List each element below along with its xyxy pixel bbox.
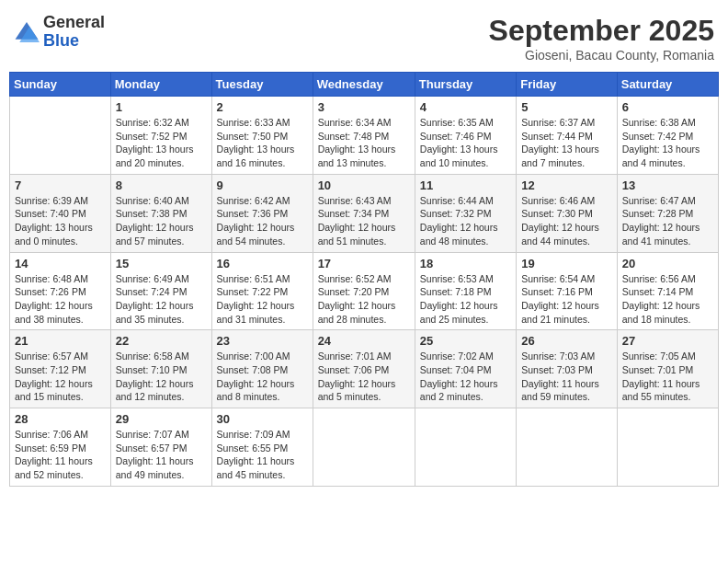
day-info: Sunrise: 6:42 AMSunset: 7:36 PMDaylight:… [217, 194, 308, 248]
day-info: Sunrise: 6:58 AMSunset: 7:10 PMDaylight:… [116, 350, 207, 404]
calendar-cell: 24Sunrise: 7:01 AMSunset: 7:06 PMDayligh… [313, 330, 415, 408]
day-info: Sunrise: 6:56 AMSunset: 7:14 PMDaylight:… [622, 272, 713, 327]
calendar-cell: 7Sunrise: 6:39 AMSunset: 7:40 PMDaylight… [10, 174, 111, 252]
week-row-2: 7Sunrise: 6:39 AMSunset: 7:40 PMDaylight… [10, 174, 719, 252]
calendar-cell: 4Sunrise: 6:35 AMSunset: 7:46 PMDaylight… [415, 97, 516, 175]
day-info: Sunrise: 7:01 AMSunset: 7:06 PMDaylight:… [318, 350, 410, 404]
day-number: 23 [217, 334, 308, 348]
day-info: Sunrise: 6:40 AMSunset: 7:38 PMDaylight:… [116, 194, 207, 248]
day-info: Sunrise: 6:38 AMSunset: 7:42 PMDaylight:… [622, 116, 713, 170]
calendar-cell [415, 408, 516, 487]
calendar-cell: 8Sunrise: 6:40 AMSunset: 7:38 PMDaylight… [110, 174, 211, 252]
day-number: 8 [116, 178, 207, 192]
logo-icon [14, 19, 40, 45]
day-info: Sunrise: 7:05 AMSunset: 7:01 PMDaylight:… [622, 350, 713, 404]
calendar-cell: 23Sunrise: 7:00 AMSunset: 7:08 PMDayligh… [211, 330, 313, 408]
calendar-cell [617, 408, 718, 487]
day-info: Sunrise: 6:33 AMSunset: 7:50 PMDaylight:… [217, 116, 308, 170]
week-row-4: 21Sunrise: 6:57 AMSunset: 7:12 PMDayligh… [10, 330, 719, 408]
day-number: 28 [15, 412, 106, 426]
day-number: 27 [622, 334, 713, 348]
day-number: 21 [15, 334, 106, 348]
day-info: Sunrise: 6:39 AMSunset: 7:40 PMDaylight:… [15, 194, 106, 248]
day-number: 16 [217, 257, 308, 270]
day-number: 3 [318, 100, 410, 114]
day-info: Sunrise: 7:09 AMSunset: 6:55 PMDaylight:… [217, 428, 308, 482]
day-info: Sunrise: 6:35 AMSunset: 7:46 PMDaylight:… [420, 116, 511, 170]
calendar-cell: 27Sunrise: 7:05 AMSunset: 7:01 PMDayligh… [617, 330, 718, 408]
day-number: 30 [217, 412, 308, 426]
day-number: 7 [15, 178, 106, 192]
calendar-table: SundayMondayTuesdayWednesdayThursdayFrid… [9, 72, 719, 487]
day-number: 9 [217, 178, 308, 192]
day-info: Sunrise: 6:34 AMSunset: 7:48 PMDaylight:… [318, 116, 410, 170]
calendar-cell: 5Sunrise: 6:37 AMSunset: 7:44 PMDaylight… [517, 97, 618, 175]
logo-text: General Blue [43, 14, 105, 51]
calendar-cell [313, 408, 415, 487]
weekday-header-thursday: Thursday [415, 73, 516, 97]
day-info: Sunrise: 6:51 AMSunset: 7:22 PMDaylight:… [217, 272, 308, 327]
day-number: 1 [116, 100, 207, 114]
calendar-cell: 22Sunrise: 6:58 AMSunset: 7:10 PMDayligh… [110, 330, 211, 408]
calendar-cell: 10Sunrise: 6:43 AMSunset: 7:34 PMDayligh… [313, 174, 415, 252]
day-number: 10 [318, 178, 410, 192]
day-info: Sunrise: 6:47 AMSunset: 7:28 PMDaylight:… [622, 194, 713, 248]
calendar-cell: 17Sunrise: 6:52 AMSunset: 7:20 PMDayligh… [313, 252, 415, 330]
day-info: Sunrise: 7:06 AMSunset: 6:59 PMDaylight:… [15, 428, 106, 482]
calendar-cell: 3Sunrise: 6:34 AMSunset: 7:48 PMDaylight… [313, 97, 415, 175]
weekday-header-sunday: Sunday [10, 73, 111, 97]
calendar-cell: 14Sunrise: 6:48 AMSunset: 7:26 PMDayligh… [10, 252, 111, 330]
weekday-header-row: SundayMondayTuesdayWednesdayThursdayFrid… [10, 73, 719, 97]
calendar-cell: 12Sunrise: 6:46 AMSunset: 7:30 PMDayligh… [517, 174, 618, 252]
week-row-3: 14Sunrise: 6:48 AMSunset: 7:26 PMDayligh… [10, 252, 719, 330]
day-number: 13 [622, 178, 713, 192]
day-info: Sunrise: 6:52 AMSunset: 7:20 PMDaylight:… [318, 272, 410, 327]
day-info: Sunrise: 6:37 AMSunset: 7:44 PMDaylight:… [521, 116, 612, 170]
day-info: Sunrise: 6:46 AMSunset: 7:30 PMDaylight:… [521, 194, 612, 248]
day-info: Sunrise: 6:32 AMSunset: 7:52 PMDaylight:… [116, 116, 207, 170]
title-block: September 2025 Gioseni, Bacau County, Ro… [489, 14, 714, 63]
calendar-cell: 2Sunrise: 6:33 AMSunset: 7:50 PMDaylight… [211, 97, 313, 175]
day-info: Sunrise: 6:54 AMSunset: 7:16 PMDaylight:… [521, 272, 612, 327]
day-number: 19 [521, 257, 612, 270]
calendar-cell: 18Sunrise: 6:53 AMSunset: 7:18 PMDayligh… [415, 252, 516, 330]
day-info: Sunrise: 6:53 AMSunset: 7:18 PMDaylight:… [420, 272, 511, 327]
calendar-cell [517, 408, 618, 487]
calendar-cell: 13Sunrise: 6:47 AMSunset: 7:28 PMDayligh… [617, 174, 718, 252]
day-number: 11 [420, 178, 511, 192]
logo: General Blue [14, 14, 105, 51]
day-number: 2 [217, 100, 308, 114]
calendar-cell: 30Sunrise: 7:09 AMSunset: 6:55 PMDayligh… [211, 408, 313, 487]
calendar-cell: 19Sunrise: 6:54 AMSunset: 7:16 PMDayligh… [517, 252, 618, 330]
day-number: 24 [318, 334, 410, 348]
calendar-cell: 1Sunrise: 6:32 AMSunset: 7:52 PMDaylight… [110, 97, 211, 175]
day-info: Sunrise: 6:48 AMSunset: 7:26 PMDaylight:… [15, 272, 106, 327]
calendar-cell: 9Sunrise: 6:42 AMSunset: 7:36 PMDaylight… [211, 174, 313, 252]
day-number: 25 [420, 334, 511, 348]
page-header: General Blue September 2025 Gioseni, Bac… [9, 9, 719, 63]
calendar-cell: 29Sunrise: 7:07 AMSunset: 6:57 PMDayligh… [110, 408, 211, 487]
day-info: Sunrise: 6:57 AMSunset: 7:12 PMDaylight:… [15, 350, 106, 404]
day-number: 4 [420, 100, 511, 114]
weekday-header-tuesday: Tuesday [211, 73, 313, 97]
day-number: 18 [420, 257, 511, 270]
calendar-cell: 11Sunrise: 6:44 AMSunset: 7:32 PMDayligh… [415, 174, 516, 252]
location-subtitle: Gioseni, Bacau County, Romania [489, 48, 714, 63]
weekday-header-friday: Friday [517, 73, 618, 97]
calendar-cell: 26Sunrise: 7:03 AMSunset: 7:03 PMDayligh… [517, 330, 618, 408]
day-info: Sunrise: 6:49 AMSunset: 7:24 PMDaylight:… [116, 272, 207, 327]
day-info: Sunrise: 7:03 AMSunset: 7:03 PMDaylight:… [521, 350, 612, 404]
day-number: 5 [521, 100, 612, 114]
day-number: 15 [116, 257, 207, 270]
calendar-cell: 28Sunrise: 7:06 AMSunset: 6:59 PMDayligh… [10, 408, 111, 487]
day-info: Sunrise: 6:44 AMSunset: 7:32 PMDaylight:… [420, 194, 511, 248]
calendar-cell: 21Sunrise: 6:57 AMSunset: 7:12 PMDayligh… [10, 330, 111, 408]
day-number: 22 [116, 334, 207, 348]
day-number: 14 [15, 257, 106, 270]
day-info: Sunrise: 7:02 AMSunset: 7:04 PMDaylight:… [420, 350, 511, 404]
month-title: September 2025 [489, 14, 714, 48]
day-number: 26 [521, 334, 612, 348]
calendar-cell: 15Sunrise: 6:49 AMSunset: 7:24 PMDayligh… [110, 252, 211, 330]
weekday-header-monday: Monday [110, 73, 211, 97]
calendar-cell [10, 97, 111, 175]
